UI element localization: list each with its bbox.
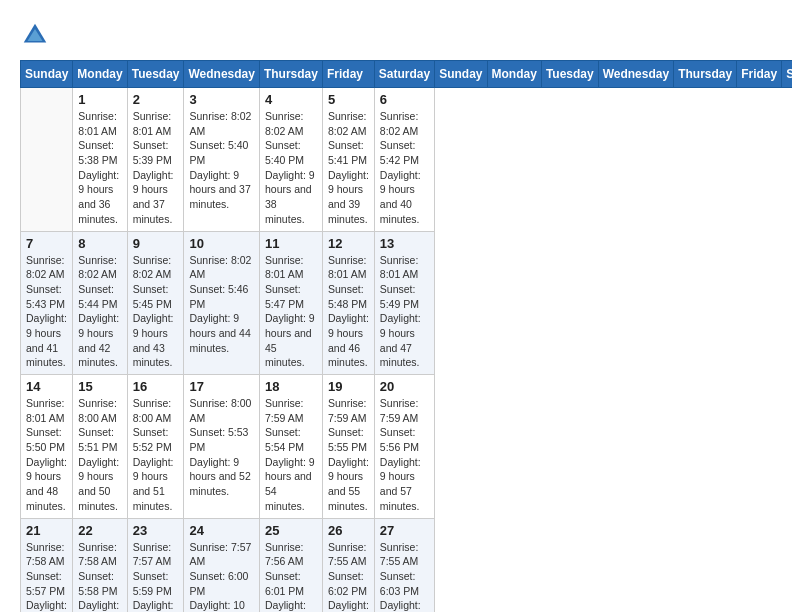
day-info: Sunrise: 8:02 AMSunset: 5:43 PMDaylight:… [26,253,67,371]
day-info: Sunrise: 8:01 AMSunset: 5:39 PMDaylight:… [133,109,179,227]
calendar-cell: 10Sunrise: 8:02 AMSunset: 5:46 PMDayligh… [184,231,259,375]
calendar-cell: 13Sunrise: 8:01 AMSunset: 5:49 PMDayligh… [374,231,434,375]
calendar-day-header: Monday [487,61,541,88]
day-number: 17 [189,379,253,394]
calendar-cell: 1Sunrise: 8:01 AMSunset: 5:38 PMDaylight… [73,88,127,232]
calendar-week-row: 1Sunrise: 8:01 AMSunset: 5:38 PMDaylight… [21,88,793,232]
day-info: Sunrise: 8:01 AMSunset: 5:49 PMDaylight:… [380,253,429,371]
calendar-day-header: Saturday [782,61,792,88]
day-number: 19 [328,379,369,394]
day-info: Sunrise: 8:01 AMSunset: 5:38 PMDaylight:… [78,109,121,227]
day-number: 20 [380,379,429,394]
calendar-day-header: Friday [737,61,782,88]
day-number: 22 [78,523,121,538]
day-number: 26 [328,523,369,538]
calendar-header-row: SundayMondayTuesdayWednesdayThursdayFrid… [21,61,793,88]
day-info: Sunrise: 8:01 AMSunset: 5:47 PMDaylight:… [265,253,317,371]
day-number: 27 [380,523,429,538]
calendar-day-header: Tuesday [127,61,184,88]
calendar-cell: 6Sunrise: 8:02 AMSunset: 5:42 PMDaylight… [374,88,434,232]
day-info: Sunrise: 8:02 AMSunset: 5:46 PMDaylight:… [189,253,253,356]
day-info: Sunrise: 7:57 AMSunset: 5:59 PMDaylight:… [133,540,179,613]
calendar-day-header: Wednesday [598,61,673,88]
calendar-day-header: Wednesday [184,61,259,88]
calendar-cell: 4Sunrise: 8:02 AMSunset: 5:40 PMDaylight… [259,88,322,232]
calendar-day-header: Thursday [674,61,737,88]
day-number: 18 [265,379,317,394]
calendar-cell: 15Sunrise: 8:00 AMSunset: 5:51 PMDayligh… [73,375,127,519]
day-info: Sunrise: 7:58 AMSunset: 5:57 PMDaylight:… [26,540,67,613]
calendar-day-header: Friday [322,61,374,88]
calendar-cell: 17Sunrise: 8:00 AMSunset: 5:53 PMDayligh… [184,375,259,519]
day-number: 9 [133,236,179,251]
day-info: Sunrise: 7:59 AMSunset: 5:55 PMDaylight:… [328,396,369,514]
day-number: 14 [26,379,67,394]
calendar-day-header: Tuesday [541,61,598,88]
day-number: 25 [265,523,317,538]
day-info: Sunrise: 8:00 AMSunset: 5:52 PMDaylight:… [133,396,179,514]
calendar-cell: 5Sunrise: 8:02 AMSunset: 5:41 PMDaylight… [322,88,374,232]
calendar-cell: 11Sunrise: 8:01 AMSunset: 5:47 PMDayligh… [259,231,322,375]
calendar-cell: 7Sunrise: 8:02 AMSunset: 5:43 PMDaylight… [21,231,73,375]
day-number: 3 [189,92,253,107]
calendar-week-row: 7Sunrise: 8:02 AMSunset: 5:43 PMDaylight… [21,231,793,375]
calendar-cell: 9Sunrise: 8:02 AMSunset: 5:45 PMDaylight… [127,231,184,375]
calendar-cell: 8Sunrise: 8:02 AMSunset: 5:44 PMDaylight… [73,231,127,375]
calendar-cell: 12Sunrise: 8:01 AMSunset: 5:48 PMDayligh… [322,231,374,375]
day-info: Sunrise: 7:59 AMSunset: 5:56 PMDaylight:… [380,396,429,514]
day-number: 24 [189,523,253,538]
day-number: 4 [265,92,317,107]
calendar-day-header: Monday [73,61,127,88]
calendar-week-row: 21Sunrise: 7:58 AMSunset: 5:57 PMDayligh… [21,518,793,612]
day-info: Sunrise: 8:02 AMSunset: 5:41 PMDaylight:… [328,109,369,227]
day-number: 7 [26,236,67,251]
day-number: 12 [328,236,369,251]
day-info: Sunrise: 7:55 AMSunset: 6:02 PMDaylight:… [328,540,369,613]
day-number: 5 [328,92,369,107]
page-header [20,20,772,50]
day-info: Sunrise: 7:55 AMSunset: 6:03 PMDaylight:… [380,540,429,613]
day-number: 6 [380,92,429,107]
calendar-cell: 21Sunrise: 7:58 AMSunset: 5:57 PMDayligh… [21,518,73,612]
calendar-cell: 14Sunrise: 8:01 AMSunset: 5:50 PMDayligh… [21,375,73,519]
logo [20,20,54,50]
day-info: Sunrise: 8:02 AMSunset: 5:45 PMDaylight:… [133,253,179,371]
calendar-table: SundayMondayTuesdayWednesdayThursdayFrid… [20,60,792,612]
calendar-cell: 24Sunrise: 7:57 AMSunset: 6:00 PMDayligh… [184,518,259,612]
day-number: 1 [78,92,121,107]
day-info: Sunrise: 8:02 AMSunset: 5:44 PMDaylight:… [78,253,121,371]
day-info: Sunrise: 8:01 AMSunset: 5:50 PMDaylight:… [26,396,67,514]
calendar-cell: 27Sunrise: 7:55 AMSunset: 6:03 PMDayligh… [374,518,434,612]
logo-icon [20,20,50,50]
day-info: Sunrise: 7:58 AMSunset: 5:58 PMDaylight:… [78,540,121,613]
day-number: 2 [133,92,179,107]
day-number: 16 [133,379,179,394]
day-number: 8 [78,236,121,251]
calendar-cell: 26Sunrise: 7:55 AMSunset: 6:02 PMDayligh… [322,518,374,612]
day-info: Sunrise: 8:02 AMSunset: 5:42 PMDaylight:… [380,109,429,227]
day-number: 10 [189,236,253,251]
day-number: 23 [133,523,179,538]
day-info: Sunrise: 8:01 AMSunset: 5:48 PMDaylight:… [328,253,369,371]
calendar-cell: 16Sunrise: 8:00 AMSunset: 5:52 PMDayligh… [127,375,184,519]
calendar-day-header: Sunday [435,61,487,88]
calendar-day-header: Saturday [374,61,434,88]
day-number: 21 [26,523,67,538]
calendar-cell: 2Sunrise: 8:01 AMSunset: 5:39 PMDaylight… [127,88,184,232]
day-number: 11 [265,236,317,251]
day-info: Sunrise: 8:02 AMSunset: 5:40 PMDaylight:… [265,109,317,227]
day-info: Sunrise: 8:00 AMSunset: 5:51 PMDaylight:… [78,396,121,514]
calendar-day-header: Thursday [259,61,322,88]
calendar-day-header: Sunday [21,61,73,88]
calendar-cell [21,88,73,232]
day-info: Sunrise: 7:57 AMSunset: 6:00 PMDaylight:… [189,540,253,613]
calendar-week-row: 14Sunrise: 8:01 AMSunset: 5:50 PMDayligh… [21,375,793,519]
day-info: Sunrise: 8:02 AMSunset: 5:40 PMDaylight:… [189,109,253,212]
calendar-cell: 22Sunrise: 7:58 AMSunset: 5:58 PMDayligh… [73,518,127,612]
calendar-cell: 25Sunrise: 7:56 AMSunset: 6:01 PMDayligh… [259,518,322,612]
day-number: 15 [78,379,121,394]
day-info: Sunrise: 8:00 AMSunset: 5:53 PMDaylight:… [189,396,253,499]
calendar-cell: 3Sunrise: 8:02 AMSunset: 5:40 PMDaylight… [184,88,259,232]
calendar-cell: 23Sunrise: 7:57 AMSunset: 5:59 PMDayligh… [127,518,184,612]
day-number: 13 [380,236,429,251]
